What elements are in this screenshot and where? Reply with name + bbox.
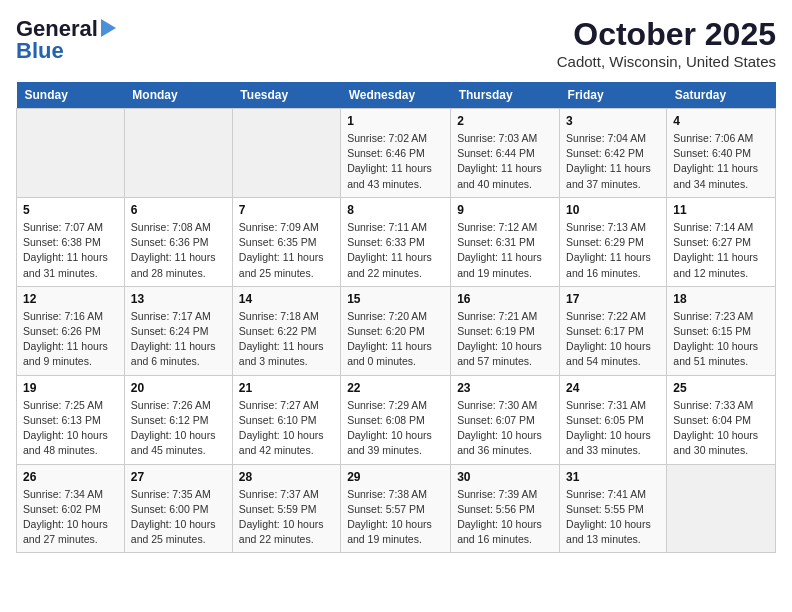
- calendar-cell: 6Sunrise: 7:08 AM Sunset: 6:36 PM Daylig…: [124, 197, 232, 286]
- day-header-sunday: Sunday: [17, 82, 125, 109]
- days-header-row: SundayMondayTuesdayWednesdayThursdayFrid…: [17, 82, 776, 109]
- calendar-cell: 14Sunrise: 7:18 AM Sunset: 6:22 PM Dayli…: [232, 286, 340, 375]
- day-header-wednesday: Wednesday: [341, 82, 451, 109]
- day-info: Sunrise: 7:41 AM Sunset: 5:55 PM Dayligh…: [566, 487, 660, 548]
- day-info: Sunrise: 7:03 AM Sunset: 6:44 PM Dayligh…: [457, 131, 553, 192]
- calendar-cell: 22Sunrise: 7:29 AM Sunset: 6:08 PM Dayli…: [341, 375, 451, 464]
- day-info: Sunrise: 7:14 AM Sunset: 6:27 PM Dayligh…: [673, 220, 769, 281]
- calendar-cell: 1Sunrise: 7:02 AM Sunset: 6:46 PM Daylig…: [341, 109, 451, 198]
- calendar-cell: 16Sunrise: 7:21 AM Sunset: 6:19 PM Dayli…: [451, 286, 560, 375]
- day-info: Sunrise: 7:09 AM Sunset: 6:35 PM Dayligh…: [239, 220, 334, 281]
- day-info: Sunrise: 7:37 AM Sunset: 5:59 PM Dayligh…: [239, 487, 334, 548]
- day-number: 15: [347, 292, 444, 306]
- logo-blue-text: Blue: [16, 38, 64, 64]
- calendar-cell: 17Sunrise: 7:22 AM Sunset: 6:17 PM Dayli…: [560, 286, 667, 375]
- day-number: 26: [23, 470, 118, 484]
- day-number: 22: [347, 381, 444, 395]
- day-info: Sunrise: 7:20 AM Sunset: 6:20 PM Dayligh…: [347, 309, 444, 370]
- week-row-2: 5Sunrise: 7:07 AM Sunset: 6:38 PM Daylig…: [17, 197, 776, 286]
- calendar-cell: 29Sunrise: 7:38 AM Sunset: 5:57 PM Dayli…: [341, 464, 451, 553]
- day-info: Sunrise: 7:31 AM Sunset: 6:05 PM Dayligh…: [566, 398, 660, 459]
- calendar-cell: 24Sunrise: 7:31 AM Sunset: 6:05 PM Dayli…: [560, 375, 667, 464]
- day-info: Sunrise: 7:25 AM Sunset: 6:13 PM Dayligh…: [23, 398, 118, 459]
- day-number: 28: [239, 470, 334, 484]
- day-header-monday: Monday: [124, 82, 232, 109]
- calendar-cell: 23Sunrise: 7:30 AM Sunset: 6:07 PM Dayli…: [451, 375, 560, 464]
- calendar-cell: 15Sunrise: 7:20 AM Sunset: 6:20 PM Dayli…: [341, 286, 451, 375]
- day-number: 13: [131, 292, 226, 306]
- day-info: Sunrise: 7:18 AM Sunset: 6:22 PM Dayligh…: [239, 309, 334, 370]
- week-row-1: 1Sunrise: 7:02 AM Sunset: 6:46 PM Daylig…: [17, 109, 776, 198]
- calendar-cell: 30Sunrise: 7:39 AM Sunset: 5:56 PM Dayli…: [451, 464, 560, 553]
- day-number: 1: [347, 114, 444, 128]
- calendar-cell: [124, 109, 232, 198]
- day-info: Sunrise: 7:17 AM Sunset: 6:24 PM Dayligh…: [131, 309, 226, 370]
- day-info: Sunrise: 7:33 AM Sunset: 6:04 PM Dayligh…: [673, 398, 769, 459]
- day-number: 29: [347, 470, 444, 484]
- calendar-cell: [232, 109, 340, 198]
- day-number: 27: [131, 470, 226, 484]
- day-info: Sunrise: 7:21 AM Sunset: 6:19 PM Dayligh…: [457, 309, 553, 370]
- day-info: Sunrise: 7:08 AM Sunset: 6:36 PM Dayligh…: [131, 220, 226, 281]
- title-block: October 2025 Cadott, Wisconsin, United S…: [557, 16, 776, 70]
- day-number: 12: [23, 292, 118, 306]
- day-info: Sunrise: 7:29 AM Sunset: 6:08 PM Dayligh…: [347, 398, 444, 459]
- day-header-friday: Friday: [560, 82, 667, 109]
- day-number: 19: [23, 381, 118, 395]
- day-number: 3: [566, 114, 660, 128]
- day-info: Sunrise: 7:11 AM Sunset: 6:33 PM Dayligh…: [347, 220, 444, 281]
- calendar-cell: 13Sunrise: 7:17 AM Sunset: 6:24 PM Dayli…: [124, 286, 232, 375]
- day-info: Sunrise: 7:13 AM Sunset: 6:29 PM Dayligh…: [566, 220, 660, 281]
- day-info: Sunrise: 7:23 AM Sunset: 6:15 PM Dayligh…: [673, 309, 769, 370]
- day-number: 24: [566, 381, 660, 395]
- calendar-cell: 26Sunrise: 7:34 AM Sunset: 6:02 PM Dayli…: [17, 464, 125, 553]
- calendar-cell: 18Sunrise: 7:23 AM Sunset: 6:15 PM Dayli…: [667, 286, 776, 375]
- day-info: Sunrise: 7:07 AM Sunset: 6:38 PM Dayligh…: [23, 220, 118, 281]
- day-number: 9: [457, 203, 553, 217]
- day-info: Sunrise: 7:06 AM Sunset: 6:40 PM Dayligh…: [673, 131, 769, 192]
- month-title: October 2025: [557, 16, 776, 53]
- calendar-cell: 28Sunrise: 7:37 AM Sunset: 5:59 PM Dayli…: [232, 464, 340, 553]
- day-header-thursday: Thursday: [451, 82, 560, 109]
- calendar-cell: 3Sunrise: 7:04 AM Sunset: 6:42 PM Daylig…: [560, 109, 667, 198]
- calendar-cell: 4Sunrise: 7:06 AM Sunset: 6:40 PM Daylig…: [667, 109, 776, 198]
- day-header-tuesday: Tuesday: [232, 82, 340, 109]
- day-number: 6: [131, 203, 226, 217]
- day-number: 11: [673, 203, 769, 217]
- logo: General Blue: [16, 16, 116, 64]
- day-number: 7: [239, 203, 334, 217]
- calendar-table: SundayMondayTuesdayWednesdayThursdayFrid…: [16, 82, 776, 553]
- day-number: 2: [457, 114, 553, 128]
- calendar-cell: 25Sunrise: 7:33 AM Sunset: 6:04 PM Dayli…: [667, 375, 776, 464]
- calendar-cell: 20Sunrise: 7:26 AM Sunset: 6:12 PM Dayli…: [124, 375, 232, 464]
- calendar-cell: 7Sunrise: 7:09 AM Sunset: 6:35 PM Daylig…: [232, 197, 340, 286]
- calendar-cell: 8Sunrise: 7:11 AM Sunset: 6:33 PM Daylig…: [341, 197, 451, 286]
- day-info: Sunrise: 7:39 AM Sunset: 5:56 PM Dayligh…: [457, 487, 553, 548]
- calendar-cell: 27Sunrise: 7:35 AM Sunset: 6:00 PM Dayli…: [124, 464, 232, 553]
- day-info: Sunrise: 7:12 AM Sunset: 6:31 PM Dayligh…: [457, 220, 553, 281]
- week-row-5: 26Sunrise: 7:34 AM Sunset: 6:02 PM Dayli…: [17, 464, 776, 553]
- day-number: 21: [239, 381, 334, 395]
- day-info: Sunrise: 7:22 AM Sunset: 6:17 PM Dayligh…: [566, 309, 660, 370]
- calendar-cell: 9Sunrise: 7:12 AM Sunset: 6:31 PM Daylig…: [451, 197, 560, 286]
- page-header: General Blue October 2025 Cadott, Wiscon…: [16, 16, 776, 70]
- week-row-3: 12Sunrise: 7:16 AM Sunset: 6:26 PM Dayli…: [17, 286, 776, 375]
- calendar-cell: 5Sunrise: 7:07 AM Sunset: 6:38 PM Daylig…: [17, 197, 125, 286]
- day-number: 30: [457, 470, 553, 484]
- day-number: 16: [457, 292, 553, 306]
- day-header-saturday: Saturday: [667, 82, 776, 109]
- day-info: Sunrise: 7:02 AM Sunset: 6:46 PM Dayligh…: [347, 131, 444, 192]
- day-number: 25: [673, 381, 769, 395]
- logo-arrow-icon: [101, 19, 116, 37]
- calendar-cell: 12Sunrise: 7:16 AM Sunset: 6:26 PM Dayli…: [17, 286, 125, 375]
- day-number: 17: [566, 292, 660, 306]
- day-number: 18: [673, 292, 769, 306]
- day-number: 8: [347, 203, 444, 217]
- week-row-4: 19Sunrise: 7:25 AM Sunset: 6:13 PM Dayli…: [17, 375, 776, 464]
- day-number: 20: [131, 381, 226, 395]
- calendar-cell: 19Sunrise: 7:25 AM Sunset: 6:13 PM Dayli…: [17, 375, 125, 464]
- calendar-cell: 2Sunrise: 7:03 AM Sunset: 6:44 PM Daylig…: [451, 109, 560, 198]
- day-info: Sunrise: 7:27 AM Sunset: 6:10 PM Dayligh…: [239, 398, 334, 459]
- day-info: Sunrise: 7:30 AM Sunset: 6:07 PM Dayligh…: [457, 398, 553, 459]
- calendar-cell: 21Sunrise: 7:27 AM Sunset: 6:10 PM Dayli…: [232, 375, 340, 464]
